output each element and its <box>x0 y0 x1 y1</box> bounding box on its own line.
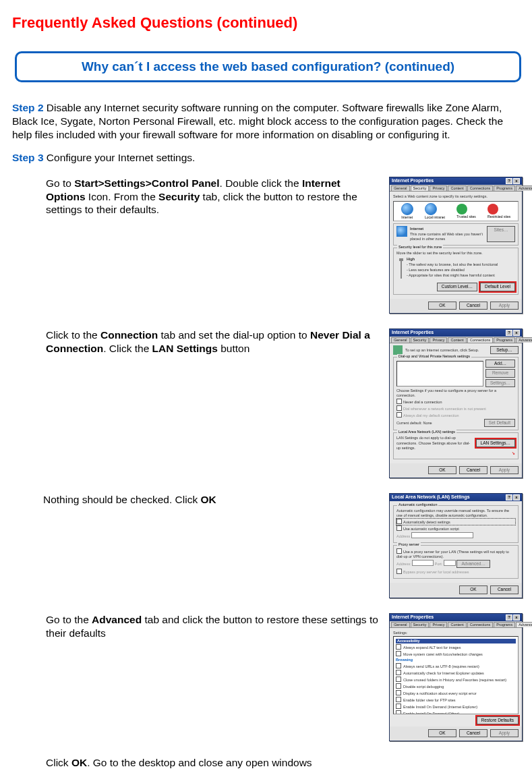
remove-button[interactable]: Remove <box>485 369 515 377</box>
bypass-proxy-checkbox[interactable]: Bypass proxy server for local addresses <box>396 569 515 575</box>
default-level-button[interactable]: Default Level <box>480 283 515 291</box>
tree-item[interactable]: Enable Install On Demand (Internet Explo… <box>396 704 516 710</box>
lan-settings-button[interactable]: LAN Settings… <box>476 439 515 447</box>
dialog-title: Local Area Network (LAN) Settings <box>392 494 470 500</box>
apply-button[interactable]: Apply <box>490 302 519 310</box>
restore-defaults-button[interactable]: Restore Defaults <box>477 716 519 724</box>
tab-privacy[interactable]: Privacy <box>430 337 447 343</box>
tab-general[interactable]: General <box>391 337 410 343</box>
tree-item[interactable]: Enable folder view for FTP sites <box>396 697 516 703</box>
tab-privacy[interactable]: Privacy <box>430 185 447 191</box>
group-legend: Security level for this zone <box>397 245 443 250</box>
tree-item[interactable]: Always expand ALT text for images <box>396 644 516 650</box>
auto-config-script-checkbox[interactable]: Use automatic configuration script <box>396 525 515 532</box>
setup-button[interactable]: Setup… <box>490 346 519 354</box>
always-dial-radio[interactable]: Always dial my default connection <box>396 412 515 418</box>
tabs: General Security Privacy Content Connect… <box>390 185 522 192</box>
tab-privacy[interactable]: Privacy <box>430 622 447 627</box>
sec-top-text: Select a Web content zone to specify its… <box>393 194 519 199</box>
local-intranet-zone-icon[interactable] <box>425 203 437 215</box>
text-bold: LAN Settings <box>152 343 218 354</box>
ok-button[interactable]: OK <box>428 466 456 474</box>
tab-content[interactable]: Content <box>448 622 466 627</box>
tab-general[interactable]: General <box>391 185 410 191</box>
tab-connections[interactable]: Connections <box>467 622 494 627</box>
custom-level-button[interactable]: Custom Level… <box>437 283 477 291</box>
help-icon[interactable]: ? <box>506 178 512 184</box>
level-high: High <box>407 257 515 262</box>
internet-zone-icon[interactable] <box>401 203 413 215</box>
tab-general[interactable]: General <box>391 622 410 627</box>
close-icon[interactable]: x <box>513 614 520 621</box>
tree-item[interactable]: Move system caret with focus/selection c… <box>396 651 516 657</box>
tree-item[interactable]: Automatically check for Internet Explore… <box>396 670 516 676</box>
cancel-button[interactable]: Cancel <box>490 585 519 594</box>
level-line: - The safest way to browse, but also the… <box>407 262 515 267</box>
advanced-settings-tree[interactable]: Accessibility Always expand ALT text for… <box>393 636 519 714</box>
tab-security[interactable]: Security <box>411 622 430 627</box>
label: Restricted sites <box>487 214 510 219</box>
step2-paragraph: Step 2 Disable any Internet security sof… <box>12 101 524 141</box>
connections-listbox[interactable] <box>396 361 483 386</box>
level-sub: Move the slider to set the security leve… <box>396 251 515 256</box>
tree-item[interactable]: Close unused folders in History and Favo… <box>396 677 516 683</box>
tab-advanced[interactable]: Advanced <box>516 185 532 191</box>
tab-security[interactable]: Security <box>411 185 430 191</box>
help-icon[interactable]: ? <box>506 330 512 336</box>
trusted-sites-zone-icon[interactable] <box>456 204 467 214</box>
tab-programs[interactable]: Programs <box>494 185 515 191</box>
tab-content[interactable]: Content <box>448 337 466 343</box>
address-input[interactable] <box>411 532 473 538</box>
add-button[interactable]: Add… <box>485 360 515 368</box>
page-title: Frequently Asked Questions (continued) <box>12 13 524 32</box>
red-arrow-icon: ➘ <box>396 451 515 456</box>
restricted-sites-zone-icon[interactable] <box>487 204 498 214</box>
tab-security[interactable]: Security <box>411 337 430 343</box>
tab-advanced[interactable]: Advanced <box>516 622 532 627</box>
help-icon[interactable]: ? <box>506 614 512 621</box>
tree-item[interactable]: Disable script debugging <box>396 683 516 689</box>
tab-content[interactable]: Content <box>448 185 466 191</box>
dialog-title: Internet Properties <box>392 614 434 621</box>
sites-button[interactable]: Sites… <box>487 226 515 242</box>
faq-banner: Why can´t I access the web based configu… <box>15 51 521 82</box>
close-icon[interactable]: x <box>513 494 520 500</box>
dialog-titlebar: Internet Properties ?x <box>390 177 522 185</box>
tab-programs[interactable]: Programs <box>494 622 515 627</box>
tree-item[interactable]: Always send URLs as UTF-8 (requires rest… <box>396 663 516 669</box>
set-default-button[interactable]: Set Default <box>484 419 515 427</box>
proxy-address-input[interactable] <box>412 560 434 566</box>
ok-button[interactable]: OK <box>428 302 456 310</box>
cancel-button[interactable]: Cancel <box>459 729 487 737</box>
auto-detect-checkbox[interactable]: Automatically detect settings <box>396 519 515 525</box>
ok-button[interactable]: OK <box>428 729 456 737</box>
use-proxy-checkbox[interactable]: Use a proxy server for your LAN (These s… <box>396 548 515 559</box>
help-icon[interactable]: ? <box>506 494 512 500</box>
tree-item[interactable]: Display a notification about every scrip… <box>396 690 516 696</box>
text: . Click the <box>103 343 152 354</box>
security-slider[interactable] <box>401 258 402 279</box>
close-icon[interactable]: x <box>513 330 520 336</box>
tab-programs[interactable]: Programs <box>494 337 515 343</box>
text: Click to the <box>46 329 100 341</box>
substep-advanced-text: Go to the Advanced tab and click the but… <box>12 613 389 640</box>
proxy-advanced-button[interactable]: Advanced… <box>456 560 490 568</box>
tree-item[interactable]: Enable Install On Demand (Other) <box>396 710 516 714</box>
never-dial-radio[interactable]: Never dial a connection <box>396 399 515 405</box>
text: Nothing should be checked. Click <box>43 494 201 505</box>
apply-button[interactable]: Apply <box>490 729 519 737</box>
dial-whenever-radio[interactable]: Dial whenever a network connection is no… <box>396 405 515 411</box>
apply-button[interactable]: Apply <box>490 466 519 474</box>
settings-button[interactable]: Settings… <box>485 379 515 387</box>
dialog-titlebar: Internet Properties ?x <box>390 614 522 621</box>
ok-button[interactable]: OK <box>459 585 487 594</box>
tab-connections[interactable]: Connections <box>467 185 494 191</box>
cancel-button[interactable]: Cancel <box>459 302 487 310</box>
tab-advanced[interactable]: Advanced <box>516 337 532 343</box>
window-buttons: ?x <box>505 178 520 184</box>
tab-connections[interactable]: Connections <box>467 337 494 343</box>
proxy-port-input[interactable] <box>444 560 456 566</box>
close-icon[interactable]: x <box>513 178 520 184</box>
cancel-button[interactable]: Cancel <box>459 466 487 474</box>
window-buttons: ?x <box>505 614 520 621</box>
